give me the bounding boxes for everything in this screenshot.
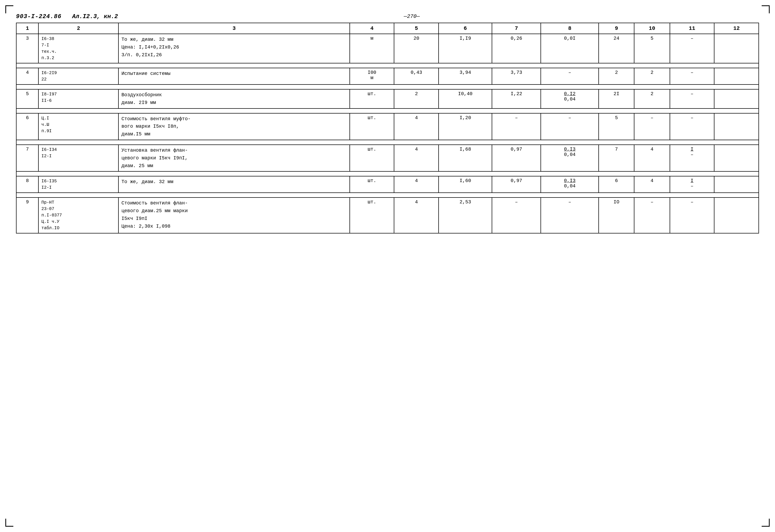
cell-col7: 3,73 bbox=[492, 68, 541, 84]
corner-bracket-br bbox=[762, 519, 770, 527]
cell-col8: – bbox=[541, 198, 599, 233]
page: 903-I-224.86 Ал.I2.3, кн.2 —270— 1 2 3 4… bbox=[0, 0, 775, 532]
table-spacer-row bbox=[16, 193, 759, 198]
cell-col6: I,20 bbox=[439, 113, 492, 140]
cell-col10: – bbox=[634, 198, 670, 233]
cell-col9: 7 bbox=[599, 145, 634, 171]
cell-col10: 4 bbox=[634, 176, 670, 193]
cell-col10: 4 bbox=[634, 145, 670, 171]
cell-desc: Воздухосборник диам. 2I9 мм bbox=[118, 89, 350, 108]
cell-col4: шт. bbox=[350, 113, 394, 140]
table-row: 5I8-I97 II-6Воздухосборник диам. 2I9 ммш… bbox=[16, 89, 759, 108]
cell-col8: – bbox=[541, 113, 599, 140]
cell-col4: шт. bbox=[350, 198, 394, 233]
cell-ref: Ц.I ч.Ш п.9I bbox=[38, 113, 118, 140]
cell-ref: I6-2I9 22 bbox=[38, 68, 118, 84]
col-header-2: 2 bbox=[38, 23, 118, 34]
cell-col7: 0,97 bbox=[492, 176, 541, 193]
cell-col11: I– bbox=[670, 176, 714, 193]
cell-col5: 0,43 bbox=[394, 68, 439, 84]
table-row: 7I6-I34 I2-IУстановка вентиля флан- цево… bbox=[16, 145, 759, 171]
col-header-10: 10 bbox=[634, 23, 670, 34]
cell-ref: I6-I35 I2-I bbox=[38, 176, 118, 193]
table-header-row: 1 2 3 4 5 6 7 8 9 10 11 12 bbox=[16, 23, 759, 34]
cell-col11: I– bbox=[670, 145, 714, 171]
cell-col6: I0,40 bbox=[439, 89, 492, 108]
cell-col7: 0,26 bbox=[492, 34, 541, 63]
cell-col6: 3,94 bbox=[439, 68, 492, 84]
cell-col9: IO bbox=[599, 198, 634, 233]
cell-row-num: 4 bbox=[16, 68, 38, 84]
cell-col6: I,I9 bbox=[439, 34, 492, 63]
cell-row-num: 3 bbox=[16, 34, 38, 63]
cell-col7: I,22 bbox=[492, 89, 541, 108]
page-number: —270— bbox=[118, 13, 706, 19]
cell-col4: шт. bbox=[350, 176, 394, 193]
cell-col12 bbox=[714, 89, 759, 108]
col-header-7: 7 bbox=[492, 23, 541, 34]
main-table: 1 2 3 4 5 6 7 8 9 10 11 12 3I6-38 7-I те… bbox=[16, 23, 759, 233]
cell-col5: 4 bbox=[394, 113, 439, 140]
cell-ref: I6-38 7-I тех.ч. п.3.2 bbox=[38, 34, 118, 63]
table-row: 8I6-I35 I2-IТо же, диам. 32 ммшт.4I,600,… bbox=[16, 176, 759, 193]
cell-col8: 0,0I bbox=[541, 34, 599, 63]
cell-col10: 2 bbox=[634, 89, 670, 108]
cell-desc: Стоимость вентиля флан- цевого диам.25 м… bbox=[118, 198, 350, 233]
cell-desc: Стоимость вентиля муфто- вого марки I5кч… bbox=[118, 113, 350, 140]
cell-col6: 2,53 bbox=[439, 198, 492, 233]
cell-row-num: 5 bbox=[16, 89, 38, 108]
cell-row-num: 6 bbox=[16, 113, 38, 140]
cell-col7: – bbox=[492, 113, 541, 140]
cell-col12 bbox=[714, 198, 759, 233]
col-header-5: 5 bbox=[394, 23, 439, 34]
cell-col4: шт. bbox=[350, 89, 394, 108]
cell-col5: 20 bbox=[394, 34, 439, 63]
cell-desc: То же, диам. 32 мм bbox=[118, 176, 350, 193]
cell-col11: – bbox=[670, 198, 714, 233]
cell-col5: 2 bbox=[394, 89, 439, 108]
cell-col8: – bbox=[541, 68, 599, 84]
cell-col5: 4 bbox=[394, 145, 439, 171]
cell-col11: – bbox=[670, 34, 714, 63]
corner-bracket-tr bbox=[762, 5, 770, 13]
cell-col9: 2 bbox=[599, 68, 634, 84]
col-header-4: 4 bbox=[350, 23, 394, 34]
cell-col6: I,68 bbox=[439, 145, 492, 171]
cell-ref: I8-I97 II-6 bbox=[38, 89, 118, 108]
cell-col5: 4 bbox=[394, 176, 439, 193]
cell-col8: 0,I20,04 bbox=[541, 89, 599, 108]
table-spacer-row bbox=[16, 171, 759, 176]
cell-row-num: 7 bbox=[16, 145, 38, 171]
cell-col12 bbox=[714, 68, 759, 84]
cell-col11: – bbox=[670, 68, 714, 84]
table-spacer-row bbox=[16, 140, 759, 145]
cell-col5: 4 bbox=[394, 198, 439, 233]
table-spacer-row bbox=[16, 108, 759, 113]
cell-row-num: 9 bbox=[16, 198, 38, 233]
cell-col6: I,60 bbox=[439, 176, 492, 193]
cell-col9: 6 bbox=[599, 176, 634, 193]
col-header-9: 9 bbox=[599, 23, 634, 34]
table-row: 3I6-38 7-I тех.ч. п.3.2То же, диам. 32 м… bbox=[16, 34, 759, 63]
cell-desc: Установка вентиля флан- цевого марки I5к… bbox=[118, 145, 350, 171]
col-header-1: 1 bbox=[16, 23, 38, 34]
cell-col4: шт. bbox=[350, 145, 394, 171]
cell-col11: – bbox=[670, 89, 714, 108]
col-header-8: 8 bbox=[541, 23, 599, 34]
doc-subtitle: Ал.I2.3, кн.2 bbox=[67, 13, 118, 20]
corner-bracket-bl bbox=[5, 519, 13, 527]
cell-col10: 5 bbox=[634, 34, 670, 63]
page-header: 903-I-224.86 Ал.I2.3, кн.2 —270— bbox=[16, 11, 759, 20]
cell-row-num: 8 bbox=[16, 176, 38, 193]
cell-col10: 2 bbox=[634, 68, 670, 84]
cell-desc: То же, диам. 32 мм Цена: I,I4+0,2Ix0,26 … bbox=[118, 34, 350, 63]
cell-col12 bbox=[714, 34, 759, 63]
cell-col12 bbox=[714, 113, 759, 140]
cell-desc: Испытание системы bbox=[118, 68, 350, 84]
cell-col9: 5 bbox=[599, 113, 634, 140]
cell-ref: Пр-НТ 23-07 п.I-0377 Ц.I ч.У табл.IO bbox=[38, 198, 118, 233]
cell-col7: – bbox=[492, 198, 541, 233]
cell-col4: I00 м bbox=[350, 68, 394, 84]
cell-col10: – bbox=[634, 113, 670, 140]
cell-col9: 24 bbox=[599, 34, 634, 63]
